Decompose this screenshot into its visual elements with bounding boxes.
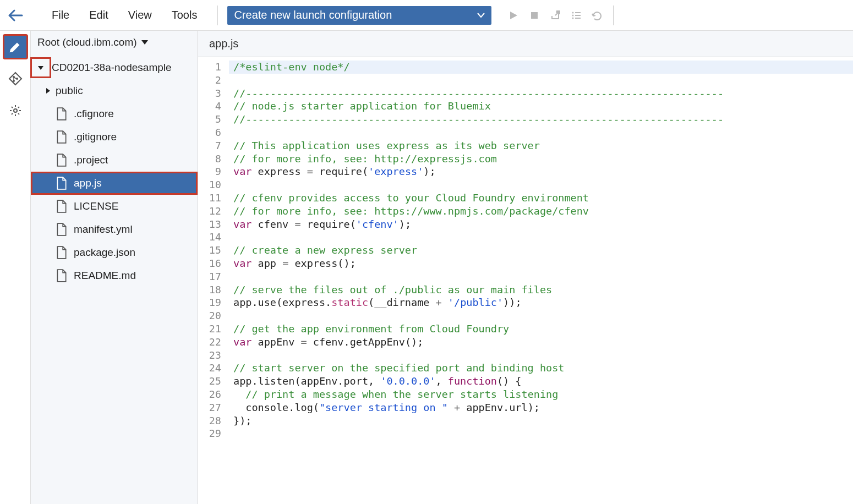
file-label: .project	[74, 154, 108, 166]
file-icon	[56, 130, 67, 144]
tree-file-row[interactable]: .gitignore	[31, 125, 198, 149]
back-button[interactable]	[4, 4, 26, 26]
tree-file-row[interactable]: manifest.yml	[31, 218, 198, 241]
expand-toggle-highlighted[interactable]	[33, 60, 48, 75]
activity-bar	[0, 31, 31, 504]
code-line	[229, 309, 853, 322]
svg-point-9	[13, 80, 15, 82]
code-line: var app = express();	[229, 257, 853, 270]
chevron-down-icon	[38, 66, 43, 70]
tree-file-row[interactable]: app.js	[31, 172, 198, 195]
top-toolbar: File Edit View Tools Create new launch c…	[0, 0, 853, 31]
code-line: console.log("server starting on " + appE…	[229, 401, 853, 414]
code-line: /*eslint-env node*/	[229, 61, 853, 74]
tree-file-row[interactable]: LICENSE	[31, 195, 198, 218]
file-icon	[56, 107, 67, 120]
root-label: Root (cloud.ibm.com)	[37, 36, 137, 48]
launch-config-dropdown[interactable]: Create new launch configuration	[227, 6, 491, 25]
code-line: // get the app environment from Cloud Fo…	[229, 322, 853, 336]
file-icon	[56, 223, 67, 236]
file-icon	[56, 177, 67, 190]
git-view-button[interactable]	[4, 67, 27, 90]
code-line	[229, 74, 853, 87]
editor-pane: app.js 123456789101112131415161718192021…	[198, 31, 853, 504]
code-line	[229, 427, 853, 440]
code-line: var express = require('express');	[229, 165, 853, 178]
file-label: .cfignore	[74, 108, 114, 120]
code-line	[229, 126, 853, 139]
project-name: CD0201-38a-nodesample	[52, 62, 172, 74]
tree-file-row[interactable]: README.md	[31, 264, 198, 287]
file-icon	[56, 154, 67, 167]
code-line: // node.js starter application for Bluem…	[229, 100, 853, 113]
divider	[614, 6, 614, 25]
code-line: //--------------------------------------…	[229, 113, 853, 126]
tree-file-row[interactable]: .cfignore	[31, 102, 198, 125]
svg-rect-0	[531, 12, 538, 19]
svg-point-10	[14, 109, 17, 112]
divider	[217, 6, 217, 25]
chevron-down-icon	[477, 13, 485, 18]
file-tree: CD0201-38a-nodesample public .cfignore.g…	[31, 54, 198, 289]
code-line: var cfenv = require('cfenv');	[229, 218, 853, 231]
editor-tab-label: app.js	[209, 37, 238, 50]
tree-file-row[interactable]: .project	[31, 149, 198, 172]
stop-icon[interactable]	[528, 9, 541, 22]
editor-tab[interactable]: app.js	[198, 31, 853, 57]
file-explorer: Root (cloud.ibm.com) CD0201-38a-nodesamp…	[31, 31, 198, 504]
code-line: // serve the files out of ./public as ou…	[229, 283, 853, 297]
code-editor[interactable]: 1234567891011121314151617181920212223242…	[198, 57, 853, 504]
open-external-icon[interactable]	[549, 9, 562, 22]
file-label: LICENSE	[74, 200, 118, 212]
code-line	[229, 178, 853, 191]
file-label: README.md	[74, 270, 136, 282]
menu-view[interactable]: View	[118, 4, 162, 26]
menu-bar: File Edit View Tools	[42, 4, 207, 26]
edit-view-button[interactable]	[4, 35, 27, 58]
tree-file-row[interactable]: package.json	[31, 241, 198, 264]
play-icon[interactable]	[507, 9, 520, 22]
chevron-right-icon	[46, 88, 50, 94]
redeploy-icon[interactable]	[590, 9, 604, 22]
code-line: // start server on the specified port an…	[229, 361, 853, 375]
run-toolbar	[507, 9, 604, 22]
code-line: app.listen(appEnv.port, '0.0.0.0', funct…	[229, 375, 853, 388]
code-line	[229, 231, 853, 244]
menu-edit[interactable]: Edit	[79, 4, 118, 26]
code-content[interactable]: /*eslint-env node*/ //------------------…	[229, 61, 853, 504]
list-icon[interactable]	[570, 9, 583, 22]
code-line	[229, 349, 853, 362]
code-line: // print a message when the server start…	[229, 388, 853, 401]
file-label: package.json	[74, 246, 135, 259]
code-line: // create a new express server	[229, 244, 853, 257]
svg-point-1	[572, 12, 574, 13]
file-icon	[56, 269, 67, 282]
launch-config-label: Create new launch configuration	[234, 9, 392, 21]
file-icon	[56, 200, 67, 213]
file-label: app.js	[74, 177, 102, 189]
svg-rect-5	[575, 15, 581, 16]
main-area: Root (cloud.ibm.com) CD0201-38a-nodesamp…	[0, 31, 853, 504]
code-line: // for more info, see: https://www.npmjs…	[229, 205, 853, 218]
settings-view-button[interactable]	[4, 99, 27, 122]
file-label: manifest.yml	[74, 223, 133, 235]
code-line: //--------------------------------------…	[229, 87, 853, 100]
folder-label: public	[56, 85, 83, 97]
svg-point-3	[572, 17, 574, 19]
file-icon	[56, 246, 67, 259]
root-selector[interactable]: Root (cloud.ibm.com)	[31, 31, 198, 54]
code-line: // for more info, see: http://expressjs.…	[229, 152, 853, 166]
code-line	[229, 270, 853, 283]
svg-rect-6	[575, 18, 581, 19]
menu-tools[interactable]: Tools	[162, 4, 207, 26]
file-label: .gitignore	[74, 131, 117, 143]
tree-folder-public[interactable]: public	[31, 79, 198, 102]
svg-rect-4	[575, 12, 581, 13]
code-line: // This application uses express as its …	[229, 139, 853, 152]
code-line: // cfenv provides access to your Cloud F…	[229, 191, 853, 205]
menu-file[interactable]: File	[42, 4, 79, 26]
svg-point-2	[572, 14, 574, 16]
tree-project-row[interactable]: CD0201-38a-nodesample	[31, 56, 198, 79]
code-line: var appEnv = cfenv.getAppEnv();	[229, 336, 853, 349]
line-gutter: 1234567891011121314151617181920212223242…	[198, 61, 229, 504]
